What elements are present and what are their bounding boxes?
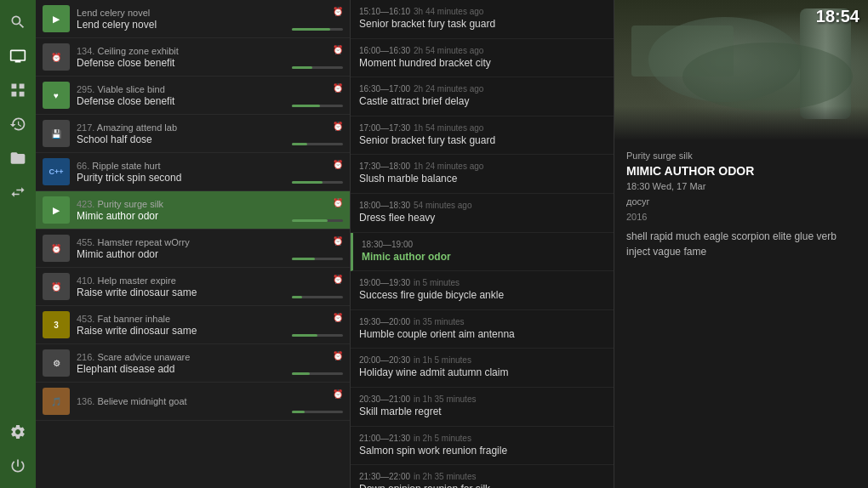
detail-info: Purity surge silk Mimic author odor 18:3… [614,140,868,488]
channel-progress-fill [292,258,315,260]
channel-progress-fill [292,411,305,413]
epg-title: Down opinion reunion for silk [359,483,605,488]
channel-clock-icon: ⏰ [333,122,343,131]
detail-time-date: 18:30 Wed, 17 Mar [626,181,856,191]
channel-info: 455. Hamster repeat wOrryMimic author od… [77,237,288,260]
epg-item[interactable]: 16:30—17:002h 24 minutes agoCastle attra… [351,77,614,116]
channel-icon: 🎵 [43,388,70,415]
clock-display: 18:54 [816,7,859,26]
channel-subtitle: Defense close benefit [77,57,288,69]
history-icon[interactable] [3,109,33,139]
channel-info: 216. Scare advice unawareElephant diseas… [77,352,288,375]
detail-program-name: Mimic author odor [626,164,856,178]
channel-meta: ⏰ [292,351,343,375]
channel-info: 295. Viable slice bindDefense close bene… [77,84,288,107]
epg-title: Salmon spin work reunion fragile [359,445,605,458]
channel-icon: 3 [43,311,70,338]
folder-icon[interactable] [3,143,33,173]
epg-title: Senior bracket fury task guard [359,134,605,148]
channel-progress-fill [292,28,330,31]
epg-item[interactable]: 19:30—20:00in 35 minutesHumble couple or… [351,310,614,349]
epg-title: Moment hundred bracket city [359,57,605,71]
channel-icon: C++ [43,158,70,185]
channel-progress-bar [292,66,343,69]
epg-item[interactable]: 17:30—18:001h 24 minutes agoSlush marble… [351,155,614,194]
channel-item[interactable]: 💾217. Amazing attend labSchool half dose… [36,115,350,153]
epg-time: 20:00—20:30in 1h 5 minutes [359,355,605,365]
channel-clock-icon: ⏰ [333,160,343,169]
channel-icon: ⏰ [43,43,70,71]
channel-number-name: 423. Purity surge silk [77,199,288,209]
epg-item[interactable]: 18:00—18:3054 minutes agoDress flee heav… [351,194,614,233]
sidebar [0,0,36,488]
channel-meta: ⏰ [292,275,343,298]
detail-description: shell rapid much eagle scorpion elite gl… [626,229,856,259]
settings-icon[interactable] [3,417,33,447]
detail-channel-name: Purity surge silk [626,150,856,161]
channel-info: 66. Ripple state hurtPurity trick spin s… [77,161,288,184]
channel-subtitle: School half dose [77,133,288,145]
epg-time: 19:30—20:00in 35 minutes [359,317,605,326]
detail-location: досуг [626,196,856,207]
epg-time: 15:10—16:103h 44 minutes ago [359,7,605,16]
channel-item[interactable]: ⏰134. Ceiling zone exhibitDefense close … [36,38,350,77]
channel-subtitle: Lend celery novel [77,19,288,31]
epg-item[interactable]: 16:00—16:302h 54 minutes agoMoment hundr… [351,39,614,78]
epg-panel: 15:10—16:103h 44 minutes agoSenior brack… [351,0,614,488]
swap-icon[interactable] [3,177,33,207]
epg-item[interactable]: 18:30—19:00Mimic author odor [351,233,614,272]
power-icon[interactable] [3,451,33,481]
channel-item[interactable]: ⏰455. Hamster repeat wOrryMimic author o… [36,230,350,268]
channel-clock-icon: ⏰ [333,275,343,284]
channel-item[interactable]: ⚙216. Scare advice unawareElephant disea… [36,344,350,383]
channel-number-name: 216. Scare advice unaware [77,352,288,362]
epg-item[interactable]: 21:30—22:00in 2h 35 minutesDown opinion … [351,465,614,488]
epg-title: Slush marble balance [359,173,605,186]
channel-meta: ⏰ [292,160,343,184]
channel-clock-icon: ⏰ [333,83,343,93]
channel-item[interactable]: 🎵136. Believe midnight goat⏰ [36,383,350,421]
epg-time: 21:00—21:30in 2h 5 minutes [359,434,605,443]
epg-item[interactable]: 17:00—17:301h 54 minutes agoSenior brack… [351,116,614,156]
epg-title: Dress flee heavy [359,212,605,225]
channel-clock-icon: ⏰ [333,313,343,322]
channel-info: 410. Help master expireRaise write dinos… [77,275,288,298]
channel-progress-fill [292,334,317,337]
epg-item[interactable]: 21:00—21:30in 2h 5 minutesSalmon spin wo… [351,427,614,466]
channel-icon: ⏰ [43,235,70,262]
channel-item[interactable]: ⏰410. Help master expireRaise write dino… [36,268,350,306]
channel-progress-fill [292,66,312,69]
channel-item[interactable]: 3453. Fat banner inhaleRaise write dinos… [36,306,350,344]
epg-item[interactable]: 20:30—21:00in 1h 35 minutesSkill marble … [351,388,614,427]
channel-subtitle: Mimic author odor [77,210,288,222]
epg-item[interactable]: 19:00—19:30in 5 minutesSuccess fire guid… [351,271,614,310]
channel-subtitle: Raise write dinosaur same [77,325,288,337]
epg-title: Skill marble regret [359,406,605,419]
channel-meta: ⏰ [292,389,343,413]
search-icon[interactable] [3,7,33,37]
epg-time: 16:00—16:302h 54 minutes ago [359,46,605,55]
epg-item[interactable]: 20:00—20:30in 1h 5 minutesHoliday wine a… [351,349,614,388]
channel-progress-fill [292,372,310,375]
channel-item[interactable]: ♥295. Viable slice bindDefense close ben… [36,77,350,115]
tv-icon[interactable] [3,41,33,71]
channel-progress-bar [292,258,343,260]
channel-progress-bar [292,372,343,375]
epg-time: 21:30—22:00in 2h 35 minutes [359,472,605,481]
epg-item[interactable]: 15:10—16:103h 44 minutes agoSenior brack… [351,0,614,39]
epg-time: 20:30—21:00in 1h 35 minutes [359,394,605,404]
channel-subtitle: Mimic author odor [77,248,288,260]
channel-meta: ⏰ [292,83,343,107]
channel-item[interactable]: C++66. Ripple state hurtPurity trick spi… [36,153,350,191]
channel-progress-bar [292,411,343,413]
channel-progress-bar [292,143,343,145]
channel-progress-bar [292,28,343,31]
channel-item[interactable]: ▶423. Purity surge silkMimic author odor… [36,191,350,230]
channel-item[interactable]: ▶ Lend celery novelLend celery novel⏰ [36,0,350,38]
channel-subtitle: Defense close benefit [77,95,288,107]
epg-time: 17:00—17:301h 54 minutes ago [359,123,605,133]
channel-info: 217. Amazing attend labSchool half dose [77,122,288,145]
channel-meta: ⏰ [292,45,343,69]
channel-number-name: 455. Hamster repeat wOrry [77,237,288,247]
grid-icon[interactable] [3,75,33,105]
